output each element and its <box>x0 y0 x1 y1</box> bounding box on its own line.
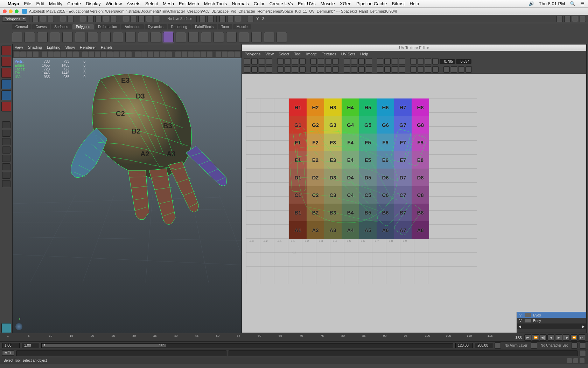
vp-tool-icon[interactable] <box>201 52 206 57</box>
vp-tool-icon[interactable] <box>216 52 221 57</box>
shelf-tab-general[interactable]: General <box>12 24 31 29</box>
snap-icon[interactable] <box>154 16 160 22</box>
redo-icon[interactable] <box>68 16 74 22</box>
uv-tool-icon[interactable] <box>432 66 439 73</box>
shelf-button[interactable] <box>113 32 123 42</box>
shelf-button[interactable] <box>201 32 211 42</box>
snap-icon[interactable] <box>146 16 152 22</box>
help-icon[interactable] <box>567 358 572 363</box>
script-editor-icon[interactable] <box>580 350 586 356</box>
scale-tool[interactable] <box>1 102 11 111</box>
range-end-outer[interactable]: 200.00 <box>475 343 492 348</box>
vp-tool-icon[interactable] <box>182 52 187 57</box>
shelf-button[interactable] <box>88 32 98 42</box>
xform-icon[interactable] <box>247 16 253 22</box>
hand-mesh[interactable]: E3 D3 C2 B2 B3 A2 A3 <box>58 65 241 230</box>
vp-tool-icon[interactable] <box>48 52 54 57</box>
menu-icon[interactable]: ☰ <box>580 1 584 6</box>
vp-tool-icon[interactable] <box>113 52 119 57</box>
layout-more[interactable] <box>2 172 10 179</box>
uv-tool-icon[interactable] <box>292 66 298 73</box>
vp-tool-icon[interactable] <box>107 52 113 57</box>
layer-vis[interactable]: V <box>518 319 523 323</box>
toggle-icon[interactable] <box>580 16 586 22</box>
vp-tool-icon[interactable] <box>148 52 153 57</box>
paint-select-tool[interactable] <box>1 68 11 78</box>
vp-tool-icon[interactable] <box>67 52 72 57</box>
uv-menu-tool[interactable]: Tool <box>294 52 301 56</box>
uv-coord-field[interactable]: 0.634 <box>456 59 471 64</box>
range-start-outer[interactable]: 1.00 <box>2 343 20 348</box>
uv-tool-icon[interactable] <box>384 58 391 64</box>
menu-create-uvs[interactable]: Create UVs <box>270 1 293 6</box>
layout-more2[interactable] <box>2 180 10 187</box>
range-end-inner[interactable]: 120.00 <box>455 343 473 348</box>
vp-tool-icon[interactable] <box>95 52 100 57</box>
vp-tool-icon[interactable] <box>20 52 26 57</box>
menu-mesh[interactable]: Mesh <box>163 1 174 6</box>
vp-tool-icon[interactable] <box>194 52 200 57</box>
shelf-button[interactable] <box>239 32 249 42</box>
menu-display[interactable]: Display <box>86 1 101 6</box>
vp-tool-icon[interactable] <box>222 52 227 57</box>
uv-tool-icon[interactable] <box>410 66 416 73</box>
help-icon[interactable] <box>580 358 584 363</box>
uv-menu-select[interactable]: Select <box>279 52 289 56</box>
render-icon[interactable] <box>227 16 233 22</box>
shelf-tab-surfaces[interactable]: Surfaces <box>51 24 71 29</box>
menu-create[interactable]: Create <box>67 1 81 6</box>
vp-menu-view[interactable]: View <box>15 45 23 49</box>
snap-icon[interactable] <box>131 16 137 22</box>
autokey-icon[interactable] <box>580 342 586 349</box>
shelf-button[interactable] <box>125 32 136 42</box>
anim-layer-icon[interactable] <box>531 342 537 349</box>
range-opts-icon[interactable] <box>495 342 501 349</box>
vp-tool-icon[interactable] <box>14 52 20 57</box>
uv-tool-icon[interactable] <box>266 58 272 64</box>
vp-menu-show[interactable]: Show <box>65 45 75 49</box>
toggle-icon[interactable] <box>556 16 563 22</box>
uv-tool-icon[interactable] <box>344 58 350 64</box>
uv-tool-icon[interactable] <box>458 66 464 73</box>
uv-tool-icon[interactable] <box>310 58 317 64</box>
uv-tool-icon[interactable] <box>318 58 324 64</box>
uv-tool-icon[interactable] <box>392 58 398 64</box>
menu-xgen[interactable]: XGen <box>340 1 351 6</box>
uv-tool-icon[interactable] <box>377 58 383 64</box>
vp-tool-icon[interactable] <box>73 52 79 57</box>
uv-tool-icon[interactable] <box>285 66 291 73</box>
menu-file[interactable]: File <box>24 1 31 6</box>
range-knob[interactable]: 1 120 <box>42 344 166 347</box>
zoom-icon[interactable] <box>15 9 19 13</box>
vp-tool-icon[interactable] <box>234 52 240 57</box>
uv-tool-icon[interactable] <box>410 58 416 64</box>
shelf-tab-painteffects[interactable]: PaintEffects <box>191 24 217 29</box>
uv-menu-polygons[interactable]: Polygons <box>245 52 260 56</box>
shelf-tab-muscle[interactable]: Muscle <box>233 24 251 29</box>
uv-menu-help[interactable]: Help <box>360 52 368 56</box>
uv-tool-icon[interactable] <box>351 58 357 64</box>
uv-tool-icon[interactable] <box>366 66 372 73</box>
vp-tool-icon[interactable] <box>188 52 194 57</box>
range-track[interactable]: 1 120 <box>41 343 453 348</box>
uv-coord-field[interactable]: 0.785 <box>440 59 455 64</box>
vp-tool-icon[interactable] <box>61 52 66 57</box>
vp-tool-icon[interactable] <box>154 52 160 57</box>
shelf-button[interactable] <box>24 32 35 42</box>
uv-tool-icon[interactable] <box>366 58 372 64</box>
layer-vis[interactable]: V <box>518 313 523 317</box>
shelf-tab-polygons[interactable]: Polygons <box>72 24 94 29</box>
move-tool[interactable] <box>1 79 11 89</box>
uv-menu-image[interactable]: Image <box>306 52 317 56</box>
uv-tool-icon[interactable] <box>465 66 472 73</box>
vp-menu-shading[interactable]: Shading <box>28 45 42 49</box>
toggle-icon[interactable] <box>564 16 570 22</box>
shelf-button[interactable] <box>214 32 224 42</box>
sel-mode-icon[interactable] <box>103 16 109 22</box>
uv-tool-icon[interactable] <box>266 66 272 73</box>
layer-swatch[interactable] <box>525 313 531 317</box>
shelf-tab-dynamics[interactable]: Dynamics <box>145 24 167 29</box>
spotlight-icon[interactable]: 🔍 <box>570 1 575 6</box>
step-fwd-button[interactable]: ⏩ <box>570 334 578 341</box>
prev-key-button[interactable]: ◀│ <box>540 334 547 341</box>
